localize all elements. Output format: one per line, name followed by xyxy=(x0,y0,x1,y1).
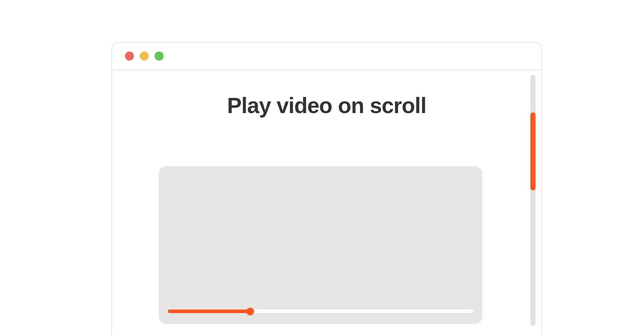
close-window-button[interactable] xyxy=(125,52,134,61)
scrollbar-thumb[interactable] xyxy=(530,112,535,190)
video-progress-fill xyxy=(168,310,250,313)
minimize-window-button[interactable] xyxy=(140,52,149,61)
video-progress-track[interactable] xyxy=(168,310,473,313)
scrollbar-track[interactable] xyxy=(530,75,535,326)
video-player[interactable] xyxy=(159,166,482,324)
window-titlebar xyxy=(112,43,541,70)
browser-window: Play video on scroll xyxy=(111,42,542,335)
maximize-window-button[interactable] xyxy=(155,52,164,61)
page-heading: Play video on scroll xyxy=(112,93,541,118)
video-progress-handle[interactable] xyxy=(246,308,254,315)
content-area: Play video on scroll xyxy=(112,70,541,335)
